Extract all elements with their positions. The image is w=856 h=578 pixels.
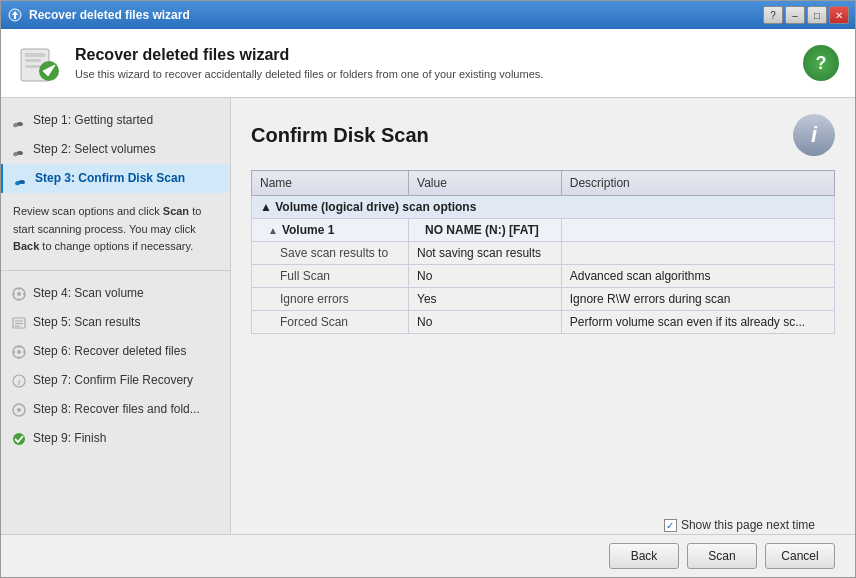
step2-icon xyxy=(11,142,27,158)
subgroup-name: ▲Volume 1 xyxy=(252,219,409,242)
step8-icon xyxy=(11,402,27,418)
close-btn[interactable]: ✕ xyxy=(829,6,849,24)
row-save-desc xyxy=(561,242,834,265)
col-value: Value xyxy=(409,171,562,196)
sidebar-item-step7[interactable]: i Step 7: Confirm File Recovery xyxy=(1,366,230,395)
step3-icon xyxy=(13,171,29,187)
step9-icon xyxy=(11,431,27,447)
table-row-forced: Forced Scan No Perform volume scan even … xyxy=(252,311,835,334)
show-page-checkbox[interactable]: ✓ xyxy=(664,519,677,532)
svg-point-15 xyxy=(17,292,21,296)
step2-label: Step 2: Select volumes xyxy=(33,141,156,158)
table-row-save: Save scan results to Not saving scan res… xyxy=(252,242,835,265)
step3-label: Step 3: Confirm Disk Scan xyxy=(35,170,185,187)
row-fullscan-value: No xyxy=(409,265,562,288)
content-panel: Confirm Disk Scan i Name Value Descripti… xyxy=(231,98,855,534)
sidebar-item-step9[interactable]: Step 9: Finish xyxy=(1,424,230,453)
svg-rect-3 xyxy=(25,53,45,57)
subgroup-row: ▲Volume 1 NO NAME (N:) [FAT] xyxy=(252,219,835,242)
show-page-checkbox-container[interactable]: ✓ Show this page next time xyxy=(664,518,815,532)
row-save-value: Not saving scan results xyxy=(409,242,562,265)
step8-label: Step 8: Recover files and fold... xyxy=(33,401,200,418)
step6-icon xyxy=(11,344,27,360)
row-ignore-desc: Ignore R\W errors during scan xyxy=(561,288,834,311)
sidebar-item-step1[interactable]: Step 1: Getting started xyxy=(1,106,230,135)
sidebar-item-step4[interactable]: Step 4: Scan volume xyxy=(1,279,230,308)
group-label: ▲ Volume (logical drive) scan options xyxy=(252,196,835,219)
col-name: Name xyxy=(252,171,409,196)
footer: Back Scan Cancel xyxy=(1,534,855,577)
svg-point-34 xyxy=(13,433,25,445)
scan-button[interactable]: Scan xyxy=(687,543,757,569)
title-bar-controls: ? – □ ✕ xyxy=(763,6,849,24)
svg-rect-4 xyxy=(25,59,41,62)
main-area: Step 1: Getting started Step 2: Select v… xyxy=(1,98,855,534)
sidebar-item-step8[interactable]: Step 8: Recover files and fold... xyxy=(1,395,230,424)
wizard-header: Recover deleted files wizard Use this wi… xyxy=(1,29,855,98)
content-title: Confirm Disk Scan xyxy=(251,124,429,147)
svg-text:i: i xyxy=(18,378,21,387)
row-ignore-name: Ignore errors xyxy=(252,288,409,311)
subgroup-value: NO NAME (N:) [FAT] xyxy=(409,219,562,242)
svg-point-25 xyxy=(17,350,21,354)
info-icon: i xyxy=(793,114,835,156)
show-page-label: Show this page next time xyxy=(681,518,815,532)
sidebar: Step 1: Getting started Step 2: Select v… xyxy=(1,98,231,534)
step1-label: Step 1: Getting started xyxy=(33,112,153,129)
step4-label: Step 4: Scan volume xyxy=(33,285,144,302)
header-help-btn[interactable]: ? xyxy=(803,45,839,81)
cancel-button[interactable]: Cancel xyxy=(765,543,835,569)
step1-icon xyxy=(11,113,27,129)
sidebar-item-step5[interactable]: Step 5: Scan results xyxy=(1,308,230,337)
main-window: Recover deleted files wizard ? – □ ✕ Rec… xyxy=(0,0,856,578)
row-forced-value: No xyxy=(409,311,562,334)
svg-point-33 xyxy=(17,408,21,412)
step7-icon: i xyxy=(11,373,27,389)
scan-bold: Scan xyxy=(163,205,189,217)
wizard-icon xyxy=(17,41,61,85)
col-desc: Description xyxy=(561,171,834,196)
row-fullscan-desc: Advanced scan algorithms xyxy=(561,265,834,288)
step7-label: Step 7: Confirm File Recovery xyxy=(33,372,193,389)
group-row: ▲ Volume (logical drive) scan options xyxy=(252,196,835,219)
header-text: Recover deleted files wizard Use this wi… xyxy=(75,46,789,80)
row-save-name: Save scan results to xyxy=(252,242,409,265)
back-bold: Back xyxy=(13,240,39,252)
sidebar-item-step3[interactable]: Step 3: Confirm Disk Scan xyxy=(1,164,230,193)
sidebar-divider xyxy=(1,270,230,271)
step6-label: Step 6: Recover deleted files xyxy=(33,343,186,360)
row-forced-name: Forced Scan xyxy=(252,311,409,334)
help-btn[interactable]: ? xyxy=(763,6,783,24)
group-triangle: ▲ xyxy=(260,200,272,214)
step9-label: Step 9: Finish xyxy=(33,430,106,447)
sidebar-item-step6[interactable]: Step 6: Recover deleted files xyxy=(1,337,230,366)
content-header: Confirm Disk Scan i xyxy=(251,114,835,156)
sidebar-info: Review scan options and click Scan to st… xyxy=(1,193,230,266)
step4-icon xyxy=(11,286,27,302)
title-bar-title: Recover deleted files wizard xyxy=(29,8,757,22)
maximize-btn[interactable]: □ xyxy=(807,6,827,24)
step5-label: Step 5: Scan results xyxy=(33,314,140,331)
title-bar: Recover deleted files wizard ? – □ ✕ xyxy=(1,1,855,29)
subgroup-desc xyxy=(561,219,834,242)
back-button[interactable]: Back xyxy=(609,543,679,569)
show-page-row: ✓ Show this page next time xyxy=(251,512,835,534)
row-forced-desc: Perform volume scan even if its already … xyxy=(561,311,834,334)
row-ignore-value: Yes xyxy=(409,288,562,311)
table-row-ignore: Ignore errors Yes Ignore R\W errors duri… xyxy=(252,288,835,311)
row-fullscan-name: Full Scan xyxy=(252,265,409,288)
table-row-fullscan: Full Scan No Advanced scan algorithms xyxy=(252,265,835,288)
minimize-btn[interactable]: – xyxy=(785,6,805,24)
sidebar-item-step2[interactable]: Step 2: Select volumes xyxy=(1,135,230,164)
scan-table: Name Value Description ▲ Volume (logical… xyxy=(251,170,835,334)
header-subtitle: Use this wizard to recover accidentally … xyxy=(75,68,789,80)
step5-icon xyxy=(11,315,27,331)
title-bar-icon xyxy=(7,7,23,23)
header-title: Recover deleted files wizard xyxy=(75,46,789,64)
